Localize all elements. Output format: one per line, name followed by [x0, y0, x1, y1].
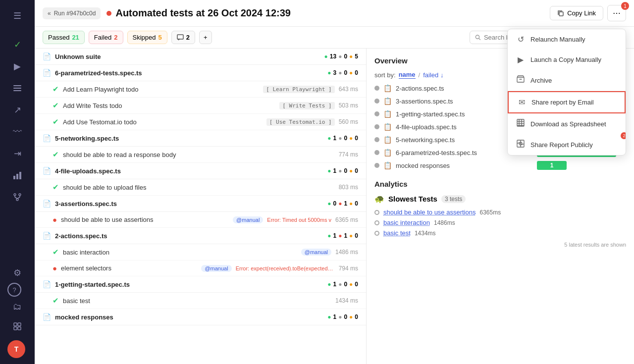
sidebar: ☰ ✓ ▶ ↗ 〰 ⇥ ⚙ ? 🗂 T — [0, 0, 35, 364]
svg-point-7 — [19, 194, 21, 196]
suite-row[interactable]: 📄 4-file-uploads.spec.ts ●1 ●0 ●0 — [35, 163, 366, 179]
spreadsheet-icon — [516, 119, 526, 129]
sidebar-item-cmd[interactable] — [7, 316, 27, 336]
pass-icon: ✔ — [53, 296, 59, 305]
suite-row[interactable]: 📄 3-assertions.spec.ts ●0 ●1 ●0 — [35, 196, 366, 212]
test-list: 📄 Unknown suite ● 13 ● 0 ● 5 📄 6-paramet… — [35, 49, 367, 364]
svg-rect-14 — [18, 323, 21, 326]
svg-rect-16 — [18, 327, 21, 330]
slowest-count: 3 tests — [441, 195, 466, 203]
passed-filter-button[interactable]: Passed 21 — [43, 31, 85, 44]
sidebar-item-folder[interactable]: 🗂 — [7, 297, 27, 316]
pass-icon: ✔ — [53, 150, 59, 159]
suite-row[interactable]: 📄 5-networking.spec.ts ●1 ●0 ●0 — [35, 130, 366, 147]
test-row[interactable]: ✔ basic interaction @manual 1486 ms — [35, 244, 366, 260]
overview-item: 📋 mocked responses 1 — [374, 161, 626, 170]
suite-file-icon: 📄 — [43, 232, 51, 240]
svg-rect-18 — [177, 35, 183, 39]
dropdown-menu: ↺ Relaunch Manually ▶ Launch a Copy Manu… — [507, 29, 626, 156]
slowest-test-link[interactable]: basic test — [383, 229, 411, 237]
slowest-test-row: basic interaction 1486ms — [374, 219, 626, 226]
suite-file-icon: 📄 — [43, 69, 51, 77]
dropdown-archive[interactable]: Archive — [508, 70, 626, 91]
analytics-section: Analytics 🐢 Slowest Tests 3 tests should… — [374, 180, 626, 248]
sidebar-item-check[interactable]: ✓ — [7, 35, 27, 54]
sidebar-item-chart[interactable]: ↗ — [7, 100, 27, 120]
run-badge[interactable]: « Run #947b0c0d — [43, 7, 101, 19]
failed-filter-button[interactable]: Failed 2 — [89, 31, 123, 44]
test-row[interactable]: ✔ basic test 1434 ms — [35, 293, 366, 309]
suite-file-icon: 📄 — [43, 52, 51, 60]
dropdown-share-public[interactable]: Share Report Publicly 2 — [508, 134, 626, 155]
comments-filter-button[interactable]: 2 — [171, 31, 195, 44]
dropdown-badge: 2 — [621, 132, 626, 139]
slowest-header: 🐢 Slowest Tests 3 tests — [374, 194, 626, 204]
avatar[interactable]: T — [7, 340, 25, 358]
svg-point-8 — [16, 199, 18, 201]
header-actions: Copy Link ⋯ 1 — [550, 5, 626, 21]
sidebar-item-help[interactable]: ? — [7, 283, 21, 297]
svg-rect-13 — [14, 323, 17, 326]
sidebar-item-export[interactable]: ⇥ — [7, 144, 27, 163]
sidebar-item-wave[interactable]: 〰 — [7, 122, 27, 142]
search-icon — [475, 34, 481, 41]
test-row[interactable]: ✔ Add Learn Playwright todo [ Learn Play… — [35, 81, 366, 98]
test-row[interactable]: ✔ Add Write Tests todo [ Write Tests ] 5… — [35, 98, 366, 114]
svg-rect-3 — [13, 176, 15, 179]
slowest-test-row: should be able to use assertions 6365ms — [374, 208, 626, 216]
add-filter-button[interactable]: + — [199, 31, 212, 44]
svg-rect-17 — [559, 12, 563, 16]
slowest-test-link[interactable]: basic interaction — [383, 219, 430, 226]
skipped-filter-button[interactable]: Skipped 5 — [127, 31, 167, 44]
sidebar-item-bar[interactable] — [7, 165, 27, 185]
header: « Run #947b0c0d Automated tests at 26 Oc… — [35, 0, 634, 27]
slowest-circle — [374, 210, 379, 215]
suite-row[interactable]: 📄 Unknown suite ● 13 ● 0 ● 5 — [35, 49, 366, 65]
sort-by-name[interactable]: name — [399, 71, 416, 79]
svg-line-12 — [17, 197, 20, 199]
dropdown-download[interactable]: Download as Spreadsheet — [508, 113, 626, 134]
test-row[interactable]: ● element selectors @manual Error: expec… — [35, 260, 366, 276]
dropdown-share-email[interactable]: ✉ Share report by Email — [508, 91, 626, 113]
suite-row[interactable]: 📄 mocked responses ●1 ●0 ●0 — [35, 309, 366, 325]
pass-icon: ✔ — [53, 117, 59, 126]
dropdown-relaunch[interactable]: ↺ Relaunch Manually — [508, 29, 626, 50]
suite-file-icon: 📄 — [43, 167, 51, 175]
slowest-test-link[interactable]: should be able to use assertions — [383, 208, 476, 216]
svg-point-19 — [476, 35, 479, 39]
sort-by-failed[interactable]: failed ↓ — [423, 71, 443, 79]
slowest-test-row: basic test 1434ms — [374, 229, 626, 237]
suite-row[interactable]: 📄 1-getting-started.spec.ts ●1 ●0 ●0 — [35, 276, 366, 293]
sidebar-item-settings[interactable]: ⚙ — [7, 263, 27, 283]
test-row[interactable]: ✔ should be able to read a response body… — [35, 147, 366, 163]
svg-rect-0 — [13, 85, 21, 86]
sidebar-item-fork[interactable] — [7, 187, 27, 207]
svg-line-20 — [479, 39, 480, 40]
more-button-wrap: ⋯ 1 — [607, 5, 626, 21]
dropdown-launch-copy[interactable]: ▶ Launch a Copy Manually — [508, 50, 626, 70]
relaunch-icon: ↺ — [516, 35, 526, 44]
suite-file-icon: 📄 — [43, 313, 51, 321]
file-icon: 📋 — [383, 84, 392, 92]
sidebar-item-play[interactable]: ▶ — [7, 56, 27, 76]
test-row[interactable]: ✔ Add Use Testomat.io todo [ Use Testoma… — [35, 114, 366, 130]
svg-rect-4 — [16, 174, 18, 179]
suite-row[interactable]: 📄 2-actions.spec.ts ●1 ●1 ●0 — [35, 228, 366, 244]
suite-file-icon: 📄 — [43, 280, 51, 288]
status-dot — [106, 11, 111, 16]
sidebar-item-list[interactable] — [7, 78, 27, 98]
suite-file-icon: 📄 — [43, 134, 51, 142]
suite-row[interactable]: 📄 6-parametrized-tests.spec.ts ●3 ●0 ●0 — [35, 65, 366, 81]
results-note: 5 latest results are shown — [374, 242, 626, 248]
analytics-title: Analytics — [374, 180, 626, 188]
pass-icon: ✔ — [53, 85, 59, 94]
pass-icon: ✔ — [53, 183, 59, 192]
copy-link-button[interactable]: Copy Link — [550, 6, 603, 20]
svg-line-11 — [15, 197, 17, 199]
test-row[interactable]: ✔ should be able to upload files 803 ms — [35, 179, 366, 196]
test-row[interactable]: ● should be able to use assertions @manu… — [35, 212, 366, 228]
svg-rect-28 — [517, 77, 524, 82]
sidebar-item-menu[interactable]: ☰ — [7, 6, 27, 26]
svg-rect-2 — [13, 90, 21, 91]
comment-icon — [177, 34, 184, 41]
